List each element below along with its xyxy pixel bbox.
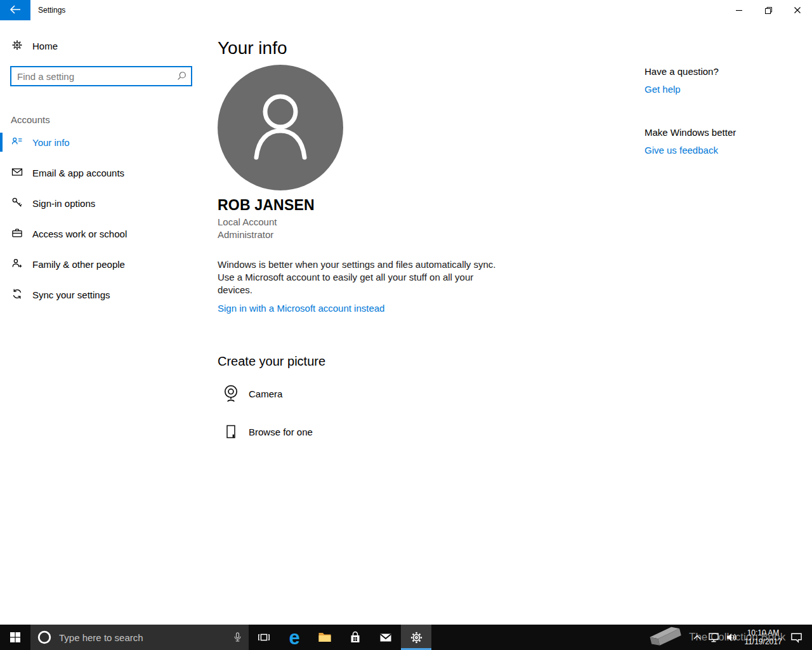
avatar	[218, 65, 343, 190]
sidebar-item-label: Family & other people	[32, 259, 125, 270]
page-title: Your info	[218, 37, 636, 60]
task-view-icon	[256, 630, 272, 644]
tray-expand-button[interactable]	[689, 625, 705, 650]
store-button[interactable]	[340, 625, 370, 650]
sidebar-home-label: Home	[32, 41, 58, 51]
sidebar-item-email-accounts[interactable]: Email & app accounts	[0, 160, 218, 185]
contact-card-icon	[11, 135, 23, 150]
sidebar-item-label: Sync your settings	[32, 289, 110, 300]
network-icon	[708, 632, 721, 643]
sidebar-item-label: Your info	[32, 137, 70, 148]
document-icon	[221, 421, 241, 442]
browse-for-picture-button[interactable]: Browse for one	[218, 418, 636, 446]
taskbar-search-input[interactable]	[59, 632, 232, 643]
settings-search	[10, 66, 192, 86]
folder-icon	[317, 630, 333, 645]
task-view-button[interactable]	[249, 625, 279, 650]
settings-window: Settings	[0, 0, 812, 650]
main-content: Your info ROB JANSEN Local Account Admin…	[218, 20, 636, 446]
camera-label: Camera	[249, 388, 282, 399]
close-button[interactable]	[783, 0, 812, 20]
account-type: Local Account	[218, 216, 636, 229]
have-question-heading: Have a question?	[645, 65, 803, 78]
clock-time: 10:10 AM	[741, 628, 785, 637]
create-picture-heading: Create your picture	[218, 353, 636, 369]
edge-button[interactable]: e	[279, 625, 310, 650]
settings-taskbar-button[interactable]	[401, 625, 431, 650]
make-windows-better-heading: Make Windows better	[645, 126, 803, 139]
microphone-icon[interactable]	[232, 630, 244, 644]
get-help-link[interactable]: Get help	[645, 83, 681, 96]
sidebar-item-sync-settings[interactable]: Sync your settings	[0, 282, 218, 307]
cortana-icon[interactable]	[37, 630, 52, 645]
briefcase-icon	[11, 227, 23, 241]
taskbar: e	[0, 625, 812, 650]
give-feedback-link[interactable]: Give us feedback	[645, 144, 718, 157]
sidebar-item-home[interactable]: Home	[0, 36, 218, 56]
sidebar-item-signin-options[interactable]: Sign-in options	[0, 190, 218, 216]
network-tray-button[interactable]	[705, 625, 723, 650]
help-panel: Have a question? Get help Make Windows b…	[645, 20, 803, 157]
camera-button[interactable]: Camera	[218, 380, 636, 408]
back-button[interactable]	[0, 0, 30, 20]
sidebar-item-access-work-school[interactable]: Access work or school	[0, 221, 218, 246]
sync-icon	[11, 288, 23, 302]
sync-description: Windows is better when your settings and…	[218, 258, 502, 296]
action-center-button[interactable]	[785, 625, 807, 650]
sidebar: Home Accounts You	[0, 20, 218, 625]
webcam-icon	[221, 383, 241, 404]
person-plus-icon	[11, 257, 23, 272]
mail-button[interactable]	[370, 625, 401, 650]
envelope-icon	[11, 166, 23, 180]
account-role: Administrator	[218, 229, 636, 241]
taskbar-search[interactable]	[30, 625, 249, 650]
close-icon	[794, 6, 801, 14]
taskbar-clock[interactable]: 10:10 AM 11/19/2017	[741, 628, 785, 646]
sidebar-item-your-info[interactable]: Your info	[0, 129, 218, 155]
minimize-button[interactable]	[724, 0, 754, 20]
sidebar-item-label: Access work or school	[32, 229, 127, 239]
browse-label: Browse for one	[249, 427, 313, 437]
settings-search-input[interactable]	[10, 66, 192, 86]
action-center-icon	[790, 631, 803, 644]
volume-tray-button[interactable]	[723, 625, 741, 650]
taskbar-spacer	[431, 625, 689, 650]
file-explorer-button[interactable]	[310, 625, 340, 650]
back-arrow-icon	[10, 5, 21, 16]
sidebar-item-family-other-people[interactable]: Family & other people	[0, 251, 218, 277]
user-name: ROB JANSEN	[218, 196, 636, 214]
signin-microsoft-link[interactable]: Sign in with a Microsoft account instead	[218, 302, 384, 315]
restore-icon	[764, 6, 773, 15]
sidebar-section-header: Accounts	[11, 114, 218, 127]
minimize-icon	[735, 6, 743, 14]
restore-button[interactable]	[754, 0, 783, 20]
titlebar: Settings	[0, 0, 812, 20]
sidebar-item-label: Email & app accounts	[32, 168, 124, 178]
chevron-up-icon	[693, 634, 702, 640]
gear-icon	[11, 39, 23, 53]
windows-logo-icon	[10, 632, 20, 642]
start-button[interactable]	[0, 625, 30, 650]
search-icon[interactable]	[176, 70, 187, 84]
gear-icon	[409, 630, 424, 645]
window-title: Settings	[38, 0, 65, 20]
sidebar-item-label: Sign-in options	[32, 198, 95, 209]
window-controls	[724, 0, 812, 20]
mail-icon	[378, 630, 393, 645]
clock-date: 11/19/2017	[741, 637, 785, 646]
sidebar-nav: Your info Email & app accounts	[0, 129, 218, 307]
speaker-icon	[726, 632, 738, 642]
store-icon	[348, 630, 363, 645]
edge-icon: e	[289, 628, 299, 647]
key-icon	[11, 196, 23, 211]
person-icon	[242, 91, 318, 164]
system-tray: 10:10 AM 11/19/2017	[689, 625, 807, 650]
